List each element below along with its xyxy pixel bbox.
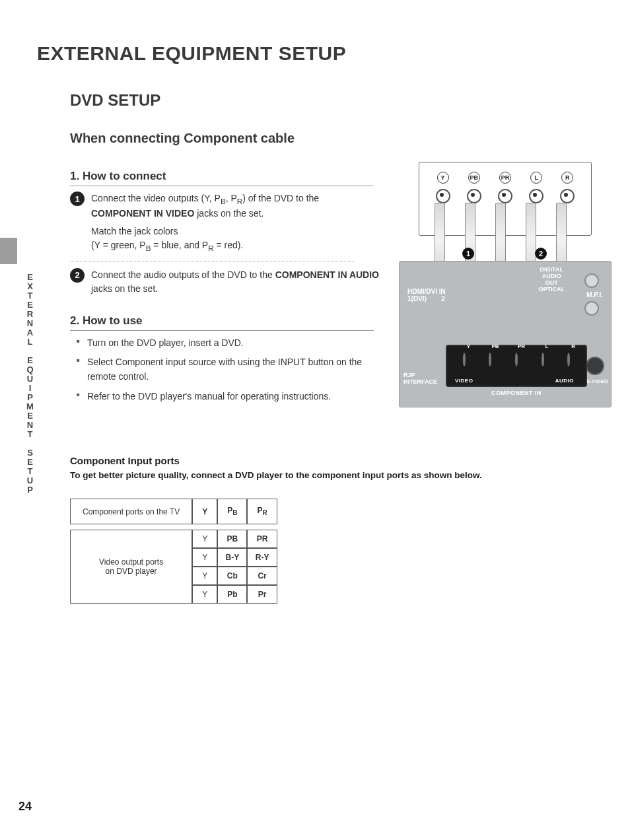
svideo-label: S-VIDEO bbox=[586, 378, 608, 384]
jack-label-y: Y bbox=[437, 172, 449, 184]
page-title: EXTERNAL EQUIPMENT SETUP bbox=[37, 42, 593, 65]
diagram-column: Y PB PR L R bbox=[399, 162, 617, 406]
jack-icon bbox=[498, 189, 512, 203]
two-column-layout: 1. How to connect 1 Connect the video ou… bbox=[37, 162, 593, 409]
use-item-2: Select Component input source with using… bbox=[77, 355, 380, 384]
subsection-title: When connecting Component cable bbox=[70, 131, 593, 146]
step-1: 1 Connect the video outputs (Y, PB, PR) … bbox=[70, 192, 380, 254]
port-icon bbox=[584, 273, 599, 288]
jack-icon bbox=[529, 189, 543, 203]
component-jack-icon bbox=[567, 353, 570, 367]
digital-audio-label: DIGITAL AUDIO OUT OPTICAL bbox=[539, 267, 565, 293]
step-2-text: Connect the audio outputs of the DVD to … bbox=[91, 268, 380, 296]
component-jack-icon bbox=[542, 353, 544, 367]
side-tab-marker bbox=[0, 238, 17, 264]
mpi-label: M.P.I. bbox=[586, 291, 603, 298]
component-jack-icon bbox=[489, 353, 491, 367]
step-1-text: Connect the video outputs (Y, PB, PR) of… bbox=[91, 192, 380, 254]
bullet-2-icon: 2 bbox=[70, 268, 85, 283]
jack-icon bbox=[436, 189, 450, 203]
instructions-column: 1. How to connect 1 Connect the video ou… bbox=[37, 162, 380, 409]
page-number: 24 bbox=[18, 800, 32, 814]
ports-table: Component ports on the TV Y PB PR Video … bbox=[70, 499, 277, 603]
cable-marker-2-icon: 2 bbox=[535, 248, 547, 260]
dotted-separator bbox=[70, 261, 354, 262]
ports-heading: Component Input ports bbox=[70, 455, 593, 466]
component-ports-section: Component Input ports To get better pict… bbox=[37, 455, 593, 603]
how-to-use-list: Turn on the DVD player, insert a DVD. Se… bbox=[70, 336, 380, 404]
table-row: Video output portson DVD player Y PB PR bbox=[70, 530, 277, 548]
step-2: 2 Connect the audio outputs of the DVD t… bbox=[70, 268, 380, 296]
tv-back-panel: HDMI/DVI IN 1(DVI) 2 DIGITAL AUDIO OUT O… bbox=[399, 261, 612, 407]
svideo-jack-icon bbox=[586, 357, 604, 375]
col-pr: PR bbox=[247, 499, 277, 524]
col-pb: PB bbox=[217, 499, 247, 524]
ports-description: To get better picture quality, connect a… bbox=[70, 470, 593, 480]
jack-label-pb: PB bbox=[468, 172, 480, 184]
jack-icon bbox=[560, 189, 575, 203]
dvd-jack-labels: Y PB PR L R bbox=[427, 172, 583, 184]
dvd-ports-label: Video output portson DVD player bbox=[70, 530, 192, 604]
rjp-label: RJP INTERFACE bbox=[403, 372, 437, 386]
col-y: Y bbox=[192, 499, 217, 524]
page: EXTERNAL EQUIPMENT SETUP 24 EXTERNAL EQU… bbox=[0, 0, 630, 840]
hdmi-label: HDMI/DVI IN 1(DVI) 2 bbox=[407, 288, 446, 302]
tv-ports-label: Component ports on the TV bbox=[70, 499, 192, 524]
component-jack-icon bbox=[515, 353, 518, 367]
use-item-3: Refer to the DVD player's manual for ope… bbox=[77, 390, 380, 404]
side-section-label: EXTERNAL EQUIPMENT SETUP bbox=[25, 272, 35, 494]
connection-diagram: Y PB PR L R bbox=[399, 162, 610, 406]
jack-label-pr: PR bbox=[499, 172, 511, 184]
jack-label-r: R bbox=[561, 172, 573, 184]
dvd-jacks bbox=[427, 189, 583, 203]
jack-label-l: L bbox=[530, 172, 542, 184]
how-to-use-heading: 2. How to use bbox=[70, 314, 374, 331]
component-jack-icon bbox=[463, 353, 466, 367]
bullet-1-icon: 1 bbox=[70, 192, 85, 206]
table-row: Component ports on the TV Y PB PR bbox=[70, 499, 277, 524]
component-in-panel: Y PB PR L R VIDEO AUDIO COMPONENT IN bbox=[446, 345, 587, 387]
component-jacks: Y PB PR L R bbox=[447, 346, 586, 374]
video-bracket-label: VIDEO bbox=[455, 378, 473, 384]
how-to-connect-heading: 1. How to connect bbox=[70, 170, 374, 186]
use-item-1: Turn on the DVD player, insert a DVD. bbox=[77, 336, 380, 351]
port-icon bbox=[584, 301, 599, 316]
cable-marker-1-icon: 1 bbox=[462, 248, 474, 260]
component-in-label: COMPONENT IN bbox=[447, 390, 586, 396]
audio-bracket-label: AUDIO bbox=[555, 378, 574, 384]
section-title: DVD SETUP bbox=[70, 91, 593, 110]
jack-icon bbox=[467, 189, 481, 203]
